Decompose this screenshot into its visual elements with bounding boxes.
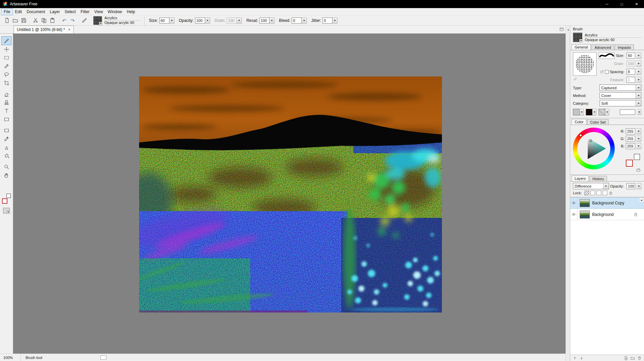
background-color-well[interactable] — [6, 194, 11, 198]
paper-selector[interactable] — [573, 109, 584, 116]
panel-size-dropdown[interactable] — [636, 53, 641, 59]
bleed-input[interactable]: 0 — [292, 18, 302, 24]
foreground-color-well[interactable] — [2, 198, 7, 204]
spacing-link-checkbox[interactable] — [605, 70, 609, 74]
minimize-button[interactable]: ─ — [600, 0, 614, 8]
canvas-document[interactable] — [139, 76, 442, 313]
redo-button[interactable]: ↷ — [68, 17, 77, 25]
tab-color[interactable]: Color — [572, 119, 586, 125]
new-layer-icon[interactable] — [624, 356, 628, 360]
cut-button[interactable] — [31, 17, 40, 25]
lock-all-toggle[interactable] — [603, 191, 607, 195]
tool-eraser[interactable] — [2, 90, 11, 98]
foreground-color-well[interactable] — [626, 160, 633, 167]
brush-picker-dropdown[interactable] — [579, 39, 583, 42]
category-combo[interactable]: Soft — [600, 100, 641, 106]
tool-fill[interactable] — [2, 152, 11, 160]
tool-move[interactable] — [2, 45, 11, 53]
tab-impasto[interactable]: Impasto — [615, 44, 634, 50]
brush-tool-indicator[interactable] — [80, 17, 89, 25]
layer-name[interactable]: Background — [592, 212, 634, 217]
tool-clone-stamp[interactable] — [2, 98, 11, 106]
stroke-texture-selector[interactable] — [599, 109, 609, 116]
tool-shape[interactable] — [2, 115, 11, 123]
save-button[interactable] — [20, 17, 28, 25]
swatch-dropdown[interactable] — [592, 109, 597, 116]
menu-file[interactable]: File — [1, 9, 12, 15]
move-layer-up-icon[interactable] — [573, 356, 577, 360]
resat-dropdown[interactable] — [269, 18, 275, 24]
panel-size-input[interactable]: 60 — [626, 53, 635, 59]
tool-smudge[interactable] — [2, 143, 11, 151]
tab-history[interactable]: History — [589, 176, 607, 181]
tab-layers[interactable]: Layers — [572, 175, 589, 181]
paper-dropdown[interactable] — [580, 109, 584, 116]
combo-arrow[interactable] — [636, 100, 641, 106]
gradient-strip-selector[interactable] — [620, 109, 635, 115]
move-layer-down-icon[interactable] — [579, 356, 584, 360]
green-input[interactable]: 255 — [626, 136, 635, 142]
green-spinner[interactable] — [636, 136, 641, 142]
jitter-input[interactable]: 0 — [322, 18, 332, 24]
combo-arrow[interactable] — [603, 183, 609, 189]
menu-layer[interactable]: Layer — [47, 9, 62, 15]
combo-arrow[interactable] — [636, 85, 641, 91]
float-panel-button[interactable] — [559, 27, 564, 32]
tool-pencil[interactable] — [2, 62, 11, 70]
reset-spacing-icon[interactable] — [600, 70, 604, 74]
layer-row-background-copy[interactable]: Background Copy — [570, 197, 644, 209]
document-tab[interactable]: Untitled 1 @ 100% (8-bit) * ✕ — [13, 26, 74, 33]
opacity-input[interactable]: 100 — [195, 18, 205, 24]
panel-spacing-dropdown[interactable] — [636, 69, 641, 75]
type-combo[interactable]: Captured — [600, 85, 641, 91]
menu-view[interactable]: View — [92, 9, 105, 15]
menu-select[interactable]: Select — [62, 9, 78, 15]
open-button[interactable] — [11, 17, 20, 25]
tool-eyedropper[interactable] — [2, 135, 11, 143]
menu-filter[interactable]: Filter — [78, 9, 92, 15]
layers-opacity-input[interactable]: 100 — [626, 183, 635, 189]
panel-splitter[interactable]: ◄ — [566, 26, 570, 361]
tool-rect-select[interactable] — [2, 54, 11, 62]
stroke-shape-preview[interactable] — [599, 52, 615, 59]
menu-help[interactable]: Help — [124, 9, 137, 15]
tab-close-icon[interactable]: ✕ — [68, 28, 71, 31]
resat-input[interactable]: 100 — [259, 18, 269, 24]
close-button[interactable]: ✕ — [629, 0, 644, 8]
tool-brush[interactable] — [2, 37, 11, 45]
red-spinner[interactable] — [636, 128, 641, 134]
delete-layer-icon[interactable] — [637, 356, 642, 360]
visibility-toggle[interactable] — [570, 209, 577, 220]
tab-advanced[interactable]: Advanced — [591, 44, 614, 50]
red-input[interactable]: 255 — [626, 128, 635, 134]
color-options-icon[interactable] — [636, 168, 641, 172]
tool-hand[interactable] — [2, 171, 11, 179]
menu-edit[interactable]: Edit — [12, 9, 24, 15]
scroll-up-button[interactable] — [639, 198, 644, 202]
tab-general[interactable]: General — [572, 44, 591, 50]
tab-color-set[interactable]: Color Set — [587, 119, 609, 125]
texture-dropdown[interactable] — [605, 109, 609, 116]
tool-lasso[interactable] — [2, 70, 11, 78]
brush-picker-dropdown[interactable] — [99, 22, 102, 25]
zoom-level[interactable]: 100% — [0, 354, 21, 361]
tool-gradient[interactable] — [2, 126, 11, 134]
size-dropdown[interactable] — [169, 18, 174, 24]
lock-pixels-toggle[interactable] — [590, 191, 595, 195]
brush-dab-preview[interactable] — [573, 52, 597, 76]
paste-button[interactable] — [48, 17, 57, 25]
opacity-dropdown[interactable] — [205, 18, 210, 24]
color-variability-selector[interactable] — [586, 109, 597, 116]
color-wheel[interactable] — [573, 128, 615, 169]
pattern-dropdown[interactable] — [7, 210, 10, 214]
preview-resize-icon[interactable] — [573, 76, 577, 81]
jitter-dropdown[interactable] — [332, 18, 337, 24]
layers-opacity-dropdown[interactable] — [637, 183, 641, 189]
layer-row-background[interactable]: Background — [570, 209, 644, 220]
layer-thumbnail[interactable] — [580, 199, 590, 207]
maximize-button[interactable]: □ — [614, 0, 629, 8]
tool-text[interactable] — [2, 107, 11, 115]
visibility-toggle[interactable] — [570, 197, 577, 208]
tool-crop[interactable] — [2, 79, 11, 87]
collapse-panel-button[interactable]: ◄ — [566, 27, 570, 33]
